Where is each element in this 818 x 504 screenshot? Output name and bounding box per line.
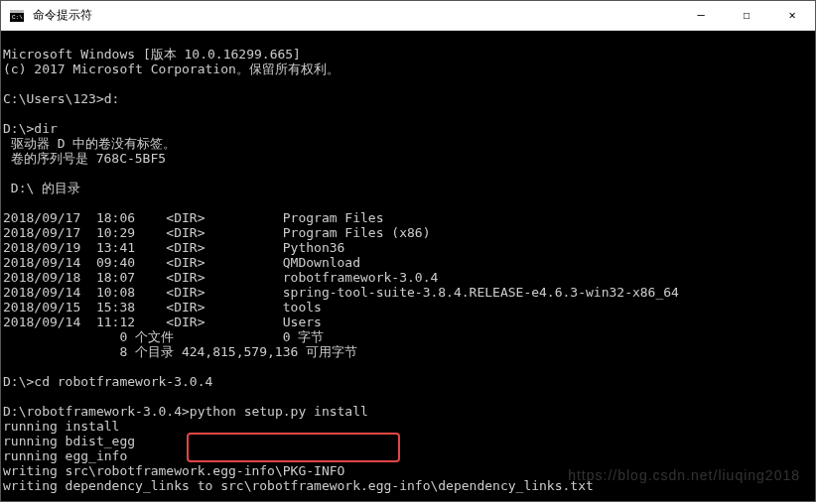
terminal-line: running egg_info [3, 448, 127, 463]
svg-rect-1 [10, 10, 24, 13]
maximize-button[interactable]: ☐ [724, 1, 769, 30]
window-title: 命令提示符 [33, 7, 678, 24]
terminal-line: D:\>cd robotframework-3.0.4 [3, 374, 212, 389]
terminal-line: D:\robotframework-3.0.4>python setup.py … [3, 404, 368, 419]
terminal-line: 0 个文件 0 字节 [3, 329, 324, 344]
cmd-window: C:\ 命令提示符 — ☐ ✕ Microsoft Windows [版本 10… [0, 0, 816, 502]
terminal-line: 2018/09/14 11:12 <DIR> Users [3, 315, 322, 329]
highlight-box [187, 433, 400, 462]
terminal-line: 2018/09/18 18:07 <DIR> robotframework-3.… [3, 270, 438, 285]
terminal-line: 2018/09/14 09:40 <DIR> QMDownload [3, 255, 360, 270]
close-button[interactable]: ✕ [769, 1, 815, 30]
terminal-line: running bdist_egg [3, 434, 135, 448]
titlebar[interactable]: C:\ 命令提示符 — ☐ ✕ [1, 1, 815, 31]
terminal-line: running install [3, 419, 119, 434]
terminal-line: C:\Users\123>d: [3, 91, 119, 106]
terminal-line: D:\>dir [3, 121, 58, 136]
terminal-line: 2018/09/17 10:29 <DIR> Program Files (x8… [3, 225, 430, 240]
terminal-line: (c) 2017 Microsoft Corporation。保留所有权利。 [3, 62, 340, 76]
terminal-line: 2018/09/14 10:08 <DIR> spring-tool-suite… [3, 285, 679, 300]
terminal-line: 2018/09/17 18:06 <DIR> Program Files [3, 210, 384, 225]
window-controls: — ☐ ✕ [678, 1, 815, 30]
terminal-line: 卷的序列号是 768C-5BF5 [3, 151, 166, 166]
terminal-output[interactable]: Microsoft Windows [版本 10.0.16299.665] (c… [1, 31, 815, 501]
watermark: https://blog.csdn.net/liuqing2018 [568, 468, 800, 483]
terminal-line: writing dependency_links to src\robotfra… [3, 478, 594, 493]
cmd-icon: C:\ [9, 8, 25, 24]
terminal-line: 8 个目录 424,815,579,136 可用字节 [3, 344, 357, 359]
terminal-line: Microsoft Windows [版本 10.0.16299.665] [3, 47, 301, 62]
svg-text:C:\: C:\ [12, 14, 23, 21]
terminal-line: 2018/09/15 15:38 <DIR> tools [3, 300, 322, 315]
minimize-button[interactable]: — [678, 1, 724, 30]
terminal-line: writing src\robotframework.egg-info\PKG-… [3, 463, 344, 478]
terminal-line: D:\ 的目录 [3, 181, 80, 195]
terminal-line: 驱动器 D 中的卷没有标签。 [3, 136, 176, 151]
terminal-line: 2018/09/19 13:41 <DIR> Python36 [3, 240, 344, 255]
